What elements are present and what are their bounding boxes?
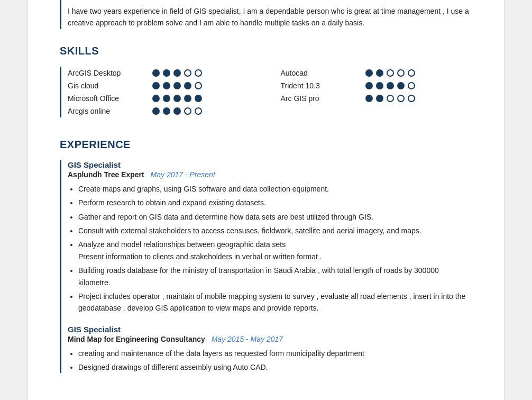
intro-text: I have two years experience in field of … [60,0,472,29]
dot-filled [163,107,170,115]
skill-dots [365,82,415,89]
bullet-item: Project includes operator , maintain of … [78,290,472,314]
skill-row: Arc GIS pro [281,92,473,105]
skill-dots [365,69,415,77]
skill-name: Microsoft Office [68,94,152,103]
dot-filled [152,82,160,89]
experience-title: EXPERIENCE [60,139,472,151]
resume-page: I have two years experience in field of … [28,0,504,400]
dot-filled [365,82,373,89]
dot-filled [184,82,191,89]
skill-dots [152,82,202,89]
dot-filled [397,82,405,89]
job-title: GIS Specialist [68,325,472,334]
job-entry: GIS Specialist Asplundh Tree Expert May … [68,160,472,314]
company-line: Asplundh Tree Expert May 2017 - Present [68,170,472,179]
dot-filled [163,69,170,77]
dot-filled [195,95,202,102]
job-entry: GIS Specialist Mind Map for Engineering … [68,325,472,374]
skills-section: SKILLS ArcGIS DesktopGis cloudMicrosoft … [60,45,472,117]
skill-row: Gis cloud [68,79,260,92]
dot-empty [397,69,405,77]
job-title: GIS Specialist [68,160,472,169]
skills-grid: ArcGIS DesktopGis cloudMicrosoft OfficeA… [60,67,472,117]
skill-dots [365,95,415,102]
dot-empty [195,107,202,115]
dot-empty [184,69,191,77]
skill-row: Trident 10.3 [281,79,473,92]
date-range: May 2017 - Present [151,170,215,179]
experience-content: GIS Specialist Asplundh Tree Expert May … [60,160,472,374]
dot-filled [152,107,160,115]
bullet-item: Gather and report on GIS data and determ… [78,211,472,223]
dot-empty [387,95,394,102]
bullet-item: Consult with external stakeholders to ac… [78,225,472,237]
dot-filled [152,95,160,102]
skill-row: Microsoft Office [68,92,260,105]
dot-empty [408,69,415,77]
dot-filled [365,95,373,102]
company-name: Asplundh Tree Expert [68,170,144,179]
skill-dots [152,69,202,77]
dot-filled [376,69,383,77]
dot-filled [163,82,170,89]
dot-empty [195,69,202,77]
dot-filled [387,82,394,89]
bullet-item: Create maps and graphs, using GIS softwa… [78,183,472,195]
dot-filled [163,95,170,102]
skill-name: Autocad [281,69,365,77]
date-range: May 2015 - May 2017 [212,335,283,343]
skill-name: Arcgis online [68,107,152,115]
skills-title: SKILLS [60,45,472,57]
dot-filled [173,69,181,77]
experience-section: EXPERIENCE GIS Specialist Asplundh Tree … [60,139,472,374]
dot-empty [195,82,202,89]
dot-empty [408,95,415,102]
company-line: Mind Map for Engineering Consultancy May… [68,335,472,343]
bullet-item: Analyze and model relationships between … [78,239,472,262]
company-name: Mind Map for Engineering Consultancy [68,335,205,343]
skills-right-column: AutocadTrident 10.3Arc GIS pro [281,67,473,117]
dot-filled [376,95,383,102]
bullet-item: Perform research to obtain and expand ex… [78,197,472,208]
dot-filled [184,95,191,102]
skill-row: Autocad [281,67,473,79]
dot-filled [173,82,181,89]
skill-dots [152,95,202,102]
dot-filled [376,82,383,89]
dot-empty [184,107,191,115]
bullet-item: Designed drawings of different assembly … [78,361,472,373]
dot-filled [152,69,160,77]
dot-empty [397,95,405,102]
skill-row: Arcgis online [68,105,260,117]
skill-name: ArcGIS Desktop [68,69,152,77]
skill-row: ArcGIS Desktop [68,67,260,79]
bullet-list: Create maps and graphs, using GIS softwa… [68,183,472,314]
skill-name: Gis cloud [68,81,152,90]
skill-name: Arc GIS pro [281,94,365,103]
skill-name: Trident 10.3 [281,81,365,90]
bullet-item: creating and maintenance of the data lay… [78,348,472,359]
dot-filled [365,69,373,77]
skill-dots [152,107,202,115]
dot-empty [387,69,394,77]
dot-filled [173,107,181,115]
dot-empty [408,82,415,89]
bullet-list: creating and maintenance of the data lay… [68,348,472,374]
skills-left-column: ArcGIS DesktopGis cloudMicrosoft OfficeA… [68,67,260,117]
dot-filled [173,95,181,102]
bullet-item: Building roads database for the ministry… [78,265,472,288]
